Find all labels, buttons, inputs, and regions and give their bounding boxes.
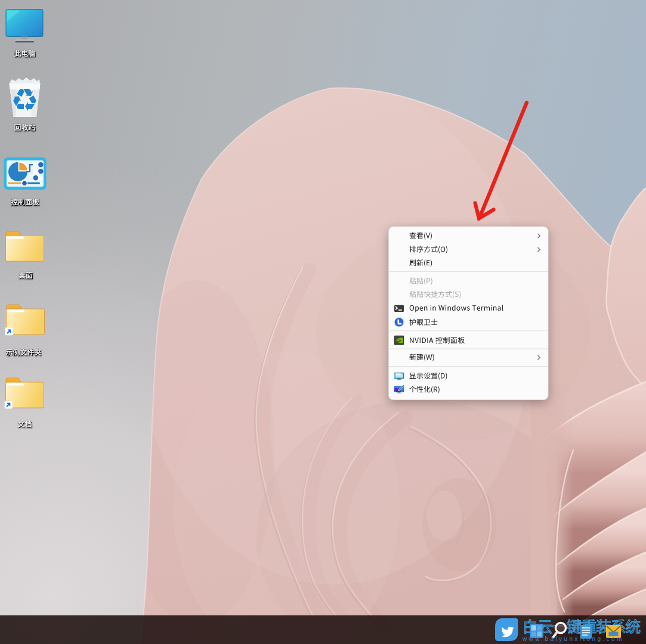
svg-text:www.baiyunxitong.com: www.baiyunxitong.com bbox=[522, 636, 624, 642]
